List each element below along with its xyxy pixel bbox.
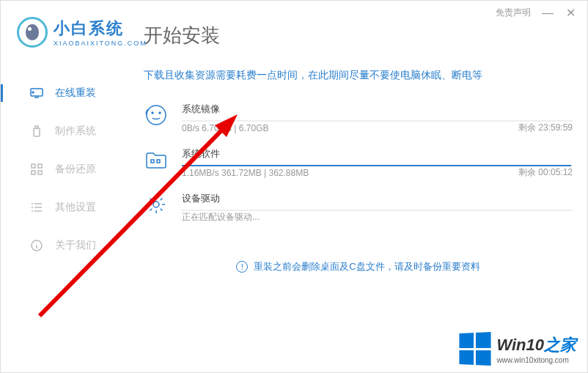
progress-bar — [182, 165, 573, 166]
watermark: Win10之家 www.win10xitong.com — [458, 333, 576, 365]
svg-rect-2 — [34, 128, 40, 136]
download-title: 系统镜像 — [182, 103, 573, 116]
logo: 小白系统 XIAOBAIXITONG.COM — [17, 17, 147, 48]
svg-rect-3 — [35, 126, 38, 128]
svg-point-10 — [152, 112, 153, 114]
warning-text: 重装之前会删除桌面及C盘文件，请及时备份重要资料 — [254, 260, 479, 273]
svg-point-9 — [147, 106, 166, 125]
sidebar-item-make-system[interactable]: 制作系统 — [1, 112, 125, 150]
download-title: 设备驱动 — [182, 192, 573, 205]
watermark-url: www.win10xitong.com — [496, 356, 576, 364]
alert-icon: ! — [236, 261, 248, 273]
sidebar-item-backup-restore[interactable]: 备份还原 — [1, 150, 125, 188]
svg-point-14 — [153, 202, 159, 207]
folder-icon — [144, 147, 169, 172]
progress-bar — [182, 210, 573, 211]
warning-message: ! 重装之前会删除桌面及C盘文件，请及时备份重要资料 — [144, 260, 573, 273]
info-icon — [30, 240, 43, 251]
svg-point-11 — [159, 112, 161, 114]
gear-icon — [144, 192, 169, 217]
download-remaining: 剩余 00:05:12 — [518, 166, 573, 179]
download-item-drivers: 设备驱动 正在匹配设备驱动... — [144, 192, 573, 224]
svg-rect-12 — [151, 160, 154, 163]
sidebar: 在线重装 制作系统 备份还原 其他设置 关于我们 — [1, 74, 125, 265]
download-stats: 0B/s 6.70GB | 6.70GB — [182, 123, 269, 133]
watermark-title: Win10之家 — [496, 334, 576, 356]
logo-subtitle: XIAOBAIXITONG.COM — [54, 40, 147, 47]
svg-rect-6 — [32, 171, 35, 174]
download-stats: 正在匹配设备驱动... — [182, 211, 260, 224]
download-item-software: 系统软件 1.16MB/s 361.72MB | 362.88MB 剩余 00:… — [144, 147, 573, 179]
usb-icon — [30, 125, 43, 137]
sidebar-item-other-settings[interactable]: 其他设置 — [1, 188, 125, 226]
svg-rect-7 — [38, 171, 42, 174]
svg-rect-4 — [32, 164, 35, 168]
monitor-icon — [30, 87, 43, 99]
sidebar-item-label: 在线重装 — [55, 86, 96, 100]
sidebar-item-label: 备份还原 — [55, 163, 96, 176]
sidebar-item-about[interactable]: 关于我们 — [1, 226, 125, 265]
sidebar-item-online-reinstall[interactable]: 在线重装 — [1, 74, 125, 112]
svg-point-1 — [32, 92, 34, 93]
sidebar-item-label: 制作系统 — [55, 125, 96, 138]
windows-logo-icon — [460, 332, 491, 366]
page-title: 开始安装 — [144, 23, 573, 48]
svg-rect-5 — [38, 164, 42, 168]
download-remaining: 剩余 23:59:59 — [518, 122, 573, 134]
download-item-image: 系统镜像 0B/s 6.70GB | 6.70GB 剩余 23:59:59 — [144, 103, 573, 134]
progress-bar — [182, 120, 573, 122]
page-hint: 下载且收集资源需要耗费一点时间，在此期间尽量不要使电脑休眠、断电等 — [144, 69, 573, 82]
grid-icon — [30, 163, 43, 175]
close-button[interactable]: ✕ — [565, 7, 576, 19]
logo-icon — [17, 17, 48, 48]
list-icon — [30, 202, 43, 213]
disclaimer-link[interactable]: 免责声明 — [496, 7, 531, 19]
sidebar-item-label: 其他设置 — [55, 201, 96, 214]
download-stats: 1.16MB/s 361.72MB | 362.88MB — [182, 168, 309, 178]
sidebar-item-label: 关于我们 — [55, 239, 96, 252]
svg-rect-13 — [157, 160, 160, 163]
download-title: 系统软件 — [182, 147, 573, 160]
minimize-button[interactable]: — — [542, 7, 554, 19]
face-icon — [144, 103, 169, 128]
logo-title: 小白系统 — [54, 18, 147, 40]
